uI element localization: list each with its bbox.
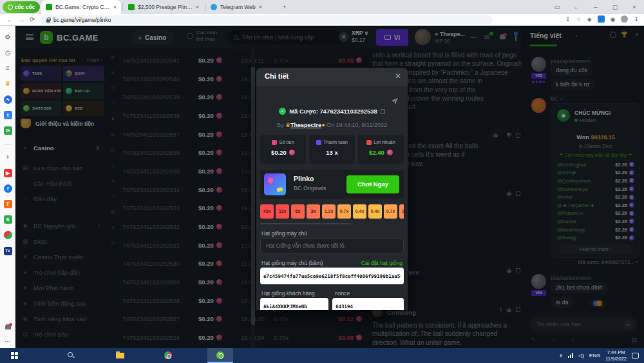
close-tab-icon[interactable]: ×: [113, 4, 117, 10]
tab-separator: [205, 3, 205, 11]
multiplier-chip: 1.3x: [322, 204, 336, 219]
language-indicator[interactable]: ENG: [589, 353, 600, 358]
start-button[interactable]: [11, 352, 18, 359]
multiplier-chip: 3x: [307, 204, 320, 219]
settings-icon[interactable]: ⚙: [0, 34, 15, 41]
close-tab-icon[interactable]: ×: [259, 4, 262, 10]
nonce-label: nonce: [335, 290, 350, 297]
coccoc-taskbar-icon[interactable]: [216, 351, 224, 359]
bet-details-modal: Chi tiết ✕ ✓ Mã Cược: 74762341103292538 …: [256, 68, 408, 310]
windows-taskbar: ∧ ◁) ENG 7:44 PM11/9/2022: [0, 348, 644, 363]
url-field[interactable]: bc.game/vi/game/plinko: [41, 15, 492, 25]
file-explorer-icon[interactable]: [116, 353, 124, 358]
client-seed-input[interactable]: [260, 298, 328, 310]
taskbar-search-icon[interactable]: [68, 352, 73, 357]
coccoc-logo-icon: [8, 5, 13, 10]
hashed-seed-input[interactable]: [260, 268, 404, 284]
bet-author-row: By ♛Thespectre● On 19:44:10, 9/11/2022: [256, 122, 408, 128]
reload-button[interactable]: ⟳: [30, 16, 35, 23]
address-bar: ← → ⟳ bc.game/vi/game/plinko ↧ ☆ ◈ ↓ ◉ ↧: [0, 14, 644, 26]
close-window-button[interactable]: ×: [625, 4, 644, 10]
extensions-icon[interactable]: ◉: [611, 16, 616, 23]
shield-icon[interactable]: ◈: [587, 16, 592, 23]
play-now-button[interactable]: Chơi Ngay: [346, 175, 399, 193]
tab-title: BC.Game: Crypto Casino Gan: [55, 4, 110, 10]
share-icon[interactable]: [391, 96, 399, 108]
tab-separator: [122, 3, 123, 11]
chart-app-icon[interactable]: t: [0, 111, 15, 119]
notifications-bell-icon[interactable]: [0, 324, 15, 331]
game-provider: BC Originals: [294, 185, 327, 191]
copy-icon[interactable]: [381, 109, 385, 114]
youtube-icon[interactable]: ▶: [0, 169, 15, 177]
minimize-button[interactable]: –: [586, 4, 605, 10]
bet-stats-row: Số tiền $0.20 Thanh toán 13 x Lợi nhuận …: [260, 135, 404, 164]
network-icon[interactable]: [568, 353, 573, 358]
tab-bcgame[interactable]: BC.Game: Crypto Casino Gan×: [41, 0, 121, 14]
history-icon[interactable]: ◷: [0, 49, 15, 56]
chrome-icon[interactable]: [164, 351, 172, 359]
more-options-icon[interactable]: ⋯: [0, 338, 15, 345]
server-seed-label: Hạt giống máy chủ: [261, 230, 307, 237]
multiplier-chip: 0.7x: [384, 204, 397, 219]
reading-mode-icon[interactable]: ▭: [547, 4, 567, 10]
tab-search-icon[interactable]: ←: [567, 4, 586, 10]
volume-icon[interactable]: ◁): [578, 353, 584, 358]
feed-icon[interactable]: ≡: [0, 64, 15, 72]
orange-app-icon[interactable]: T: [0, 200, 15, 208]
telegram-favicon: [211, 4, 217, 10]
strip-scrollbar[interactable]: [260, 223, 350, 224]
crown-vip-icon[interactable]: ♛: [0, 80, 15, 87]
multiplier-chip: 0.4x: [368, 204, 382, 219]
multiplier-chip: 0.4x: [353, 204, 366, 219]
bcgame-favicon: [46, 4, 52, 10]
add-shortcut-icon[interactable]: +: [0, 153, 15, 161]
url-text: bc.game/vi/game/plinko: [53, 17, 111, 23]
game-card: Plinko BC Originals Chơi Ngay: [260, 170, 404, 199]
medal-icon: ●: [321, 122, 325, 128]
browser-profile-avatar[interactable]: [621, 15, 628, 23]
coccoc-side-rail: ⚙ ◷ ≡ ♛ ϟ t G — + ▶ f T S TV ⋯: [0, 26, 15, 348]
coccoc-menu-button[interactable]: cốc cốc: [3, 1, 40, 13]
rail-divider: —: [0, 141, 15, 148]
tab-title: Telegram Web: [220, 4, 256, 10]
payout-icon: [316, 140, 321, 145]
plinko-thumbnail[interactable]: [264, 173, 286, 195]
tab-plinko-challenge[interactable]: $2,500 Prestige Plinko Challe×: [124, 0, 204, 14]
lock-icon: [46, 19, 50, 23]
leaf-app-icon[interactable]: [0, 231, 15, 240]
bet-author-link[interactable]: Thespectre: [290, 122, 321, 128]
profit-icon: [366, 140, 372, 145]
maximize-button[interactable]: ▢: [605, 4, 625, 10]
taskbar-clock[interactable]: 7:44 PM11/9/2022: [605, 349, 627, 362]
amount-icon: [272, 140, 277, 145]
green-app-icon[interactable]: S: [0, 215, 15, 224]
action-center-icon[interactable]: [632, 353, 639, 358]
bet-id-label: Mã Cược: 74762341103292538: [289, 108, 377, 115]
bet-id-row: ✓ Mã Cược: 74762341103292538: [256, 108, 408, 115]
multiplier-strip: 43x13x6x3x1.3x0.7x0.4x0.4x0.7x1.3x: [260, 204, 404, 220]
multiplier-chip: 0.7x: [337, 204, 351, 219]
stat-profit: Lợi nhuận $2.40: [358, 135, 404, 164]
tab-telegram[interactable]: Telegram Web×: [206, 0, 276, 14]
games-app-icon[interactable]: G: [0, 126, 15, 135]
tv-app-icon[interactable]: TV: [0, 246, 15, 255]
messenger-icon[interactable]: ϟ: [0, 95, 15, 104]
multiplier-chip: 1.3x: [399, 204, 404, 219]
download-manager-icon[interactable]: ↓: [598, 15, 605, 23]
bookmark-star-icon[interactable]: ☆: [576, 16, 582, 23]
server-seed-input[interactable]: [260, 238, 404, 253]
close-modal-icon[interactable]: ✕: [395, 72, 401, 81]
seed-settings-link[interactable]: Cài đặt hạt giống: [361, 260, 402, 266]
forward-button[interactable]: →: [18, 16, 24, 23]
facebook-icon[interactable]: f: [0, 184, 15, 193]
hidden-icons-chevron[interactable]: ∧: [559, 353, 563, 358]
install-icon[interactable]: ↧: [565, 16, 571, 23]
bet-timestamp: On 19:44:10, 9/11/2022: [327, 122, 387, 128]
new-tab-button[interactable]: +: [278, 0, 294, 14]
nonce-input[interactable]: [332, 298, 404, 310]
back-button[interactable]: ←: [6, 16, 13, 23]
close-tab-icon[interactable]: ×: [196, 4, 199, 10]
downloads-icon[interactable]: ↧: [634, 16, 639, 23]
browser-tab-bar: cốc cốc BC.Game: Crypto Casino Gan× $2,5…: [0, 0, 644, 14]
